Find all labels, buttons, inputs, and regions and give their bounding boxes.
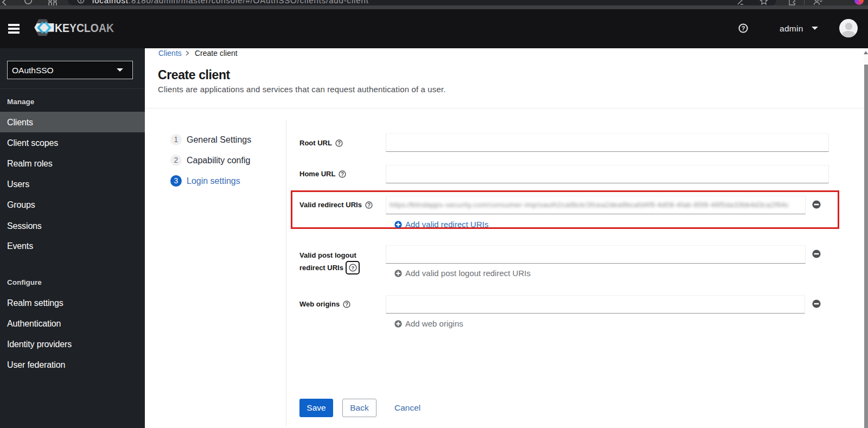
svg-text:?: ? (345, 302, 348, 308)
svg-text:?: ? (341, 171, 344, 177)
svg-text:?: ? (337, 140, 341, 146)
svg-text:?: ? (352, 265, 355, 271)
svg-text:?: ? (742, 25, 745, 31)
svg-text:?: ? (367, 202, 371, 208)
svg-text:KEYCLOAK: KEYCLOAK (55, 21, 114, 35)
